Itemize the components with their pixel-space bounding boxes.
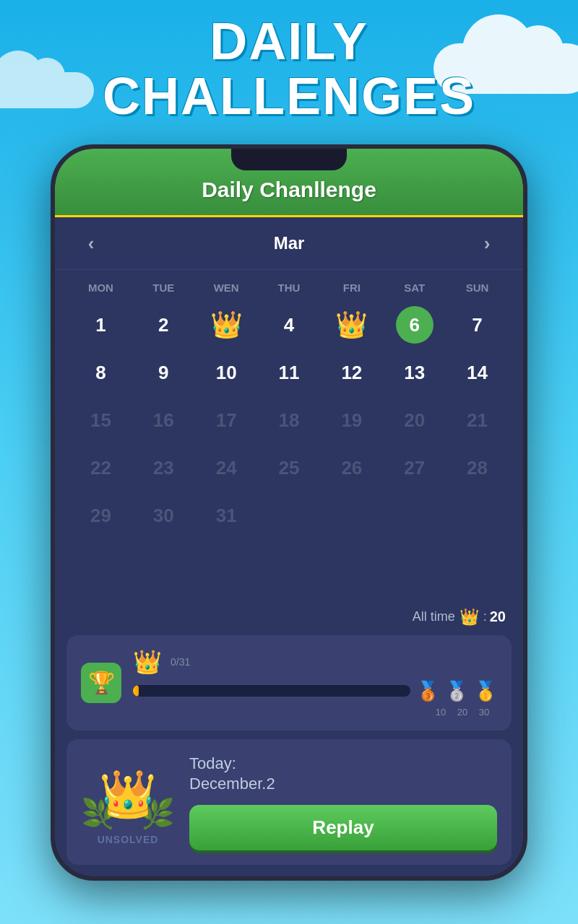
day-header-fri: FRI — [320, 277, 383, 298]
today-date-value: December.2 — [189, 775, 275, 793]
big-crown-icon: 👑 — [99, 767, 157, 821]
day-cell-31: 31 — [195, 493, 258, 538]
replay-button[interactable]: Replay — [189, 805, 497, 850]
day-cell-23: 23 — [132, 445, 195, 490]
phone-notch — [231, 149, 347, 170]
unsolved-label: UNSOLVED — [98, 834, 159, 845]
day-cell-14[interactable]: 14 — [446, 350, 509, 395]
calendar-header-row: MON TUE WEN THU FRI SAT SUN — [69, 277, 509, 298]
all-time-colon: : — [483, 609, 487, 624]
progress-crown-count: 0/31 — [171, 656, 190, 668]
calendar-row-2: 8 9 10 11 12 13 14 — [69, 350, 509, 395]
day-cell-12[interactable]: 12 — [320, 350, 383, 395]
all-time-row: All time 👑 : 20 — [55, 605, 523, 635]
progress-bar-fill — [133, 685, 139, 697]
day-cell-30: 30 — [132, 493, 195, 538]
day-cell-22: 22 — [69, 445, 132, 490]
day-header-wen: WEN — [195, 277, 258, 298]
progress-card: 🏆 👑 0/31 🥉 🥈 🥇 — [66, 635, 512, 731]
day-cell-2[interactable]: 2 — [132, 302, 195, 347]
day-cell-9[interactable]: 9 — [132, 350, 195, 395]
day-cell-empty-4 — [446, 493, 509, 538]
day-cell-6-today[interactable]: 6 — [383, 302, 446, 347]
progress-bar-section: 🥉 🥈 🥇 — [133, 680, 497, 702]
day-cell-29: 29 — [69, 493, 132, 538]
trophy-badge: 🏆 — [81, 663, 121, 703]
title-line2: CHALLENGES — [0, 69, 578, 124]
all-time-crown-icon: 👑 — [460, 608, 479, 627]
next-month-button[interactable]: › — [473, 229, 501, 258]
milestone-label-30: 30 — [474, 707, 494, 718]
progress-crown-icon: 👑 — [133, 648, 162, 676]
today-card: 🌿 👑 🌿 UNSOLVED Today: December.2 Replay — [66, 739, 512, 865]
day-cell-10[interactable]: 10 — [195, 350, 258, 395]
day-cell-1[interactable]: 1 — [69, 302, 132, 347]
progress-bar-container — [133, 685, 410, 697]
title-line1: DAILY — [0, 14, 578, 69]
day-cell-7[interactable]: 7 — [446, 302, 509, 347]
month-nav: ‹ Mar › — [55, 217, 523, 270]
prev-month-button[interactable]: ‹ — [77, 229, 105, 258]
today-label: Today: — [189, 754, 236, 772]
calendar-grid: MON TUE WEN THU FRI SAT SUN 1 2 👑 4 👑 6 — [55, 270, 523, 605]
calendar-section: ‹ Mar › MON TUE WEN THU FRI SAT SUN — [55, 217, 523, 876]
milestone-silver-icon: 🥈 — [445, 680, 468, 702]
day-cell-15: 15 — [69, 398, 132, 443]
day-cell-4[interactable]: 4 — [258, 302, 321, 347]
milestone-label-20: 20 — [452, 707, 473, 718]
main-title: DAILY CHALLENGES — [0, 14, 578, 123]
milestone-bronze-icon: 🥉 — [416, 680, 439, 702]
phone-screen: Daily Chanllenge ‹ Mar › MON TUE WEN THU… — [55, 149, 523, 876]
day-cell-28: 28 — [446, 445, 509, 490]
day-header-sun: SUN — [446, 277, 509, 298]
day-cell-19: 19 — [320, 398, 383, 443]
day-cell-18: 18 — [258, 398, 321, 443]
calendar-row-5: 29 30 31 — [69, 493, 509, 538]
milestone-labels-row: 10 20 30 — [133, 707, 497, 718]
day-cell-8[interactable]: 8 — [69, 350, 132, 395]
month-label: Mar — [274, 233, 305, 253]
day-cell-3[interactable]: 👑 — [195, 302, 258, 347]
day-cell-27: 27 — [383, 445, 446, 490]
day-cell-16: 16 — [132, 398, 195, 443]
milestone-label-10: 10 — [431, 707, 451, 718]
day-cell-5[interactable]: 👑 — [320, 302, 383, 347]
day-cell-empty-1 — [258, 493, 321, 538]
trophy-badge-icon: 🏆 — [88, 670, 115, 695]
day-header-mon: MON — [69, 277, 132, 298]
day-cell-empty-3 — [383, 493, 446, 538]
day-cell-25: 25 — [258, 445, 321, 490]
app-header-title: Daily Chanllenge — [69, 178, 509, 202]
phone-frame: Daily Chanllenge ‹ Mar › MON TUE WEN THU… — [51, 144, 527, 881]
calendar-row-3: 15 16 17 18 19 20 21 — [69, 398, 509, 443]
day-cell-17: 17 — [195, 398, 258, 443]
milestone-gold-icon: 🥇 — [474, 680, 497, 702]
progress-crown-row: 👑 0/31 — [133, 648, 497, 676]
day-cell-11[interactable]: 11 — [258, 350, 321, 395]
calendar-row-1: 1 2 👑 4 👑 6 7 — [69, 302, 509, 347]
day-cell-21: 21 — [446, 398, 509, 443]
day-cell-26: 26 — [320, 445, 383, 490]
all-time-label: All time — [413, 609, 455, 624]
day-header-thu: THU — [258, 277, 321, 298]
today-date-text: Today: December.2 — [189, 754, 497, 795]
today-info: Today: December.2 Replay — [189, 754, 497, 850]
day-cell-24: 24 — [195, 445, 258, 490]
progress-content: 👑 0/31 🥉 🥈 🥇 10 20 30 — [133, 648, 497, 718]
day-header-sat: SAT — [383, 277, 446, 298]
day-header-tue: TUE — [132, 277, 195, 298]
day-cell-20: 20 — [383, 398, 446, 443]
today-crown-section: 🌿 👑 🌿 UNSOLVED — [81, 759, 175, 845]
all-time-count: 20 — [490, 609, 506, 625]
calendar-row-4: 22 23 24 25 26 27 28 — [69, 445, 509, 490]
laurel-crown-wrap: 🌿 👑 🌿 — [81, 759, 175, 831]
day-cell-13[interactable]: 13 — [383, 350, 446, 395]
day-cell-empty-2 — [320, 493, 383, 538]
